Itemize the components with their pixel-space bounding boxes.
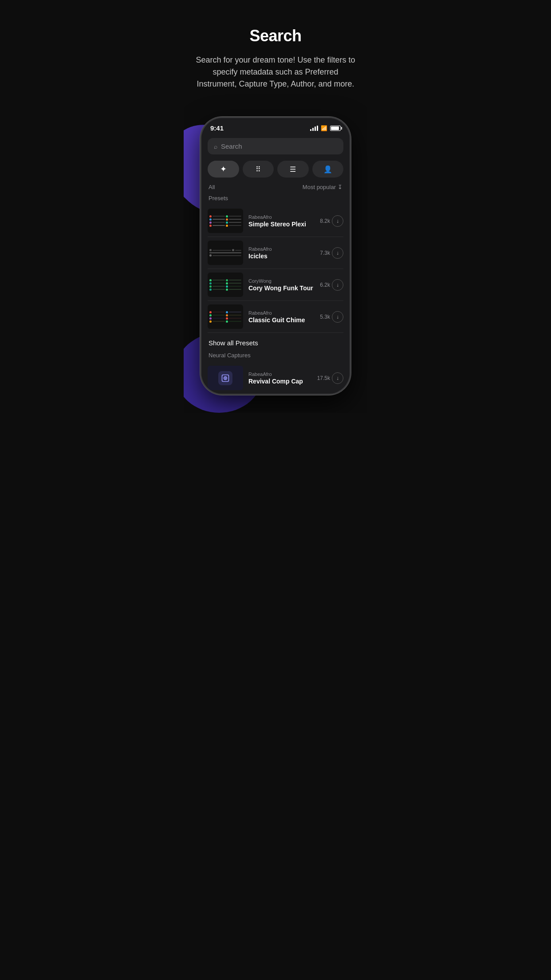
preset-download-4: 5.3k ↓ (320, 311, 343, 323)
preset-list: RabeaAfro Simple Stereo Plexi 8.2k ↓ (208, 205, 343, 333)
status-time: 9:41 (210, 124, 224, 132)
preset-name-2: Icicles (248, 253, 316, 260)
download-button-2[interactable]: ↓ (332, 247, 343, 259)
presets-section-header: Presets (208, 195, 343, 202)
filter-tab-star[interactable]: ✦ (208, 161, 239, 178)
page-wrapper: Search Search for your dream tone! Use t… (184, 0, 367, 413)
preset-author-1: RabeaAfro (248, 214, 316, 220)
signal-bars-icon (310, 126, 318, 131)
preset-download-2: 7.3k ↓ (320, 247, 343, 259)
sort-icon: ↧ (338, 184, 342, 190)
preset-count-3: 6.2k (320, 282, 330, 288)
download-button-4[interactable]: ↓ (332, 311, 343, 323)
svg-point-2 (225, 378, 226, 379)
phone-mockup: 9:41 📶 ⌕ (200, 117, 351, 395)
download-button-3[interactable]: ↓ (332, 279, 343, 291)
wifi-icon: 📶 (321, 125, 327, 131)
filter-tabs: ✦ ⠿ ☰ 👤 (208, 161, 343, 178)
capture-thumbnail-1 (208, 366, 243, 390)
preset-author-3: CoryWong (248, 278, 316, 284)
preset-thumbnail-1 (208, 209, 243, 233)
star-icon: ✦ (220, 164, 227, 174)
capture-icon (218, 371, 232, 385)
preset-author-2: RabeaAfro (248, 246, 316, 252)
search-icon: ⌕ (214, 143, 217, 150)
preset-name-4: Classic Guit Chime (248, 316, 316, 324)
capture-info-1: RabeaAfro Revival Comp Cap (248, 371, 314, 385)
capture-author-1: RabeaAfro (248, 371, 314, 377)
filter-tab-list[interactable]: ☰ (277, 161, 309, 178)
preset-download-1: 8.2k ↓ (320, 215, 343, 227)
grid-icon: ⠿ (256, 165, 261, 174)
capture-count-1: 17.5k (317, 375, 330, 381)
search-placeholder: Search (221, 142, 242, 150)
filter-all-label[interactable]: All (209, 184, 215, 190)
preset-item: RabeaAfro Icicles 7.3k ↓ (208, 237, 343, 269)
preset-thumbnail-4 (208, 304, 243, 329)
preset-author-4: RabeaAfro (248, 310, 316, 316)
preset-count-1: 8.2k (320, 218, 330, 224)
preset-name-3: Cory Wong Funk Tour (248, 285, 316, 292)
preset-info-1: RabeaAfro Simple Stereo Plexi (248, 214, 316, 228)
content-area: Search Search for your dream tone! Use t… (184, 0, 367, 117)
preset-count-4: 5.3k (320, 314, 330, 320)
phone-container: 9:41 📶 ⌕ (184, 117, 367, 395)
status-bar: 9:41 📶 (201, 118, 350, 134)
preset-download-3: 6.2k ↓ (320, 279, 343, 291)
neural-captures-section: Neural Captures (208, 350, 343, 394)
battery-icon (330, 126, 341, 131)
preset-count-2: 7.3k (320, 250, 330, 256)
page-title: Search (194, 27, 357, 45)
download-button-1[interactable]: ↓ (332, 215, 343, 227)
show-all-presets[interactable]: Show all Presets (208, 333, 343, 350)
preset-thumbnail-3 (208, 273, 243, 297)
search-bar[interactable]: ⌕ Search (208, 138, 343, 154)
sort-popular-label[interactable]: Most popular ↧ (303, 184, 342, 190)
preset-item: RabeaAfro Simple Stereo Plexi 8.2k ↓ (208, 205, 343, 237)
neural-captures-header: Neural Captures (208, 352, 343, 359)
list-icon: ☰ (290, 165, 296, 174)
preset-info-4: RabeaAfro Classic Guit Chime (248, 310, 316, 324)
preset-item: CoryWong Cory Wong Funk Tour 6.2k ↓ (208, 269, 343, 301)
capture-download-1: 17.5k ↓ (317, 372, 343, 384)
phone-content: ⌕ Search ✦ ⠿ ☰ 👤 (201, 134, 350, 394)
preset-info-2: RabeaAfro Icicles (248, 246, 316, 260)
preset-item: RabeaAfro Classic Guit Chime 5.3k ↓ (208, 301, 343, 333)
filter-tab-person[interactable]: 👤 (312, 161, 344, 178)
preset-thumbnail-2 (208, 241, 243, 265)
preset-name-1: Simple Stereo Plexi (248, 221, 316, 228)
capture-name-1: Revival Comp Cap (248, 378, 314, 385)
person-icon: 👤 (323, 165, 332, 174)
status-icons: 📶 (310, 125, 341, 131)
page-subtitle: Search for your dream tone! Use the filt… (194, 54, 357, 90)
sort-row: All Most popular ↧ (208, 184, 343, 190)
filter-tab-grid[interactable]: ⠿ (243, 161, 274, 178)
capture-item: RabeaAfro Revival Comp Cap 17.5k ↓ (208, 362, 343, 394)
capture-download-button-1[interactable]: ↓ (332, 372, 343, 384)
preset-info-3: CoryWong Cory Wong Funk Tour (248, 278, 316, 292)
